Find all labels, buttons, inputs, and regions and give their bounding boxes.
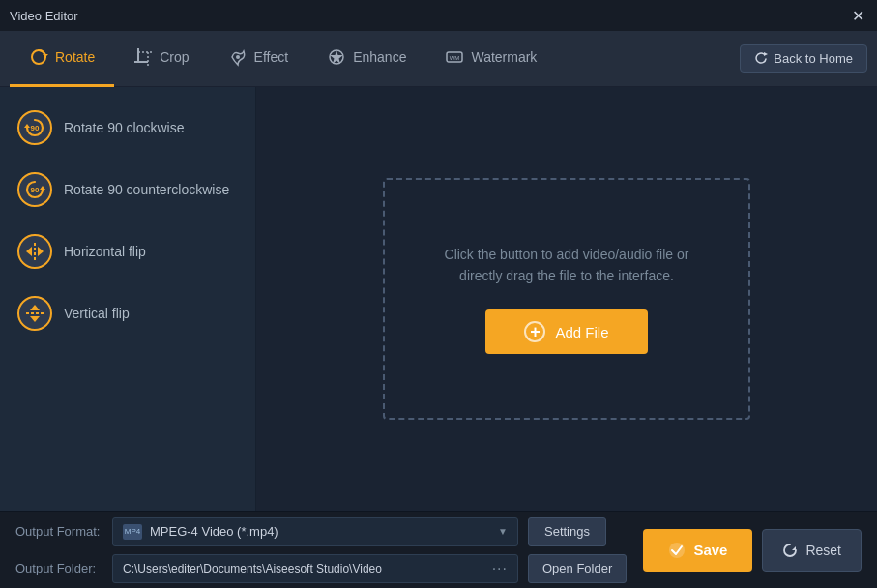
svg-marker-18 <box>38 247 44 256</box>
save-label: Save <box>693 542 727 558</box>
mp4-icon: MP4 <box>123 524 142 540</box>
format-select[interactable]: MP4 MPEG-4 Video (*.mp4) ▼ <box>112 517 518 546</box>
reset-button[interactable]: Reset <box>762 529 862 572</box>
titlebar: Video Editor ✕ <box>0 0 877 31</box>
save-check-icon <box>668 542 686 559</box>
tab-watermark[interactable]: WM Watermark <box>425 31 556 87</box>
save-button[interactable]: Save <box>643 529 752 572</box>
tab-effect-label: Effect <box>254 49 289 65</box>
tab-rotate-label: Rotate <box>55 49 95 65</box>
back-to-home-button[interactable]: Back to Home <box>740 44 867 73</box>
tab-enhance[interactable]: Enhance <box>307 31 425 87</box>
folder-input[interactable]: C:\Users\editer\Documents\Aiseesoft Stud… <box>112 554 518 583</box>
sidebar-item-rotate-ccw[interactable]: 90 Rotate 90 counterclockwise <box>0 159 255 220</box>
back-icon <box>754 52 768 66</box>
rotate-ccw-label: Rotate 90 counterclockwise <box>64 182 229 197</box>
svg-marker-11 <box>764 52 768 56</box>
watermark-tab-icon: WM <box>445 47 464 67</box>
back-to-home-label: Back to Home <box>774 51 853 66</box>
sidebar: 90 Rotate 90 clockwise 90 Rotate 90 coun… <box>0 87 256 511</box>
close-button[interactable]: ✕ <box>848 6 867 25</box>
workspace: Click the button to add video/audio file… <box>256 87 877 511</box>
chevron-down-icon: ▼ <box>498 526 508 537</box>
crop-tab-icon <box>133 47 153 67</box>
tab-enhance-label: Enhance <box>353 49 406 65</box>
svg-point-6 <box>236 55 240 59</box>
add-file-label: Add File <box>555 324 608 340</box>
rotate-tab-icon <box>29 47 48 67</box>
svg-marker-13 <box>24 124 30 128</box>
drop-zone[interactable]: Click the button to add video/audio file… <box>383 178 750 420</box>
tab-effect[interactable]: Effect <box>209 31 308 87</box>
tabbar: Rotate Crop Effect <box>0 31 877 87</box>
tab-watermark-label: Watermark <box>471 49 537 65</box>
sidebar-item-hflip[interactable]: Horizontal flip <box>0 220 255 282</box>
sidebar-item-rotate-cw[interactable]: 90 Rotate 90 clockwise <box>0 97 255 159</box>
hflip-icon <box>17 234 52 269</box>
enhance-tab-icon <box>327 47 346 67</box>
output-folder-label: Output Folder: <box>15 561 102 575</box>
tab-crop-label: Crop <box>160 49 189 65</box>
svg-marker-17 <box>26 247 32 256</box>
rotate-cw-icon: 90 <box>17 110 52 145</box>
vflip-icon <box>17 296 52 331</box>
main-area: 90 Rotate 90 clockwise 90 Rotate 90 coun… <box>0 87 877 511</box>
svg-text:90: 90 <box>31 186 40 194</box>
svg-text:90: 90 <box>31 124 40 132</box>
svg-marker-1 <box>43 54 48 57</box>
rotate-ccw-icon: 90 <box>17 172 52 207</box>
bottom-content: Output Format: MP4 MPEG-4 Video (*.mp4) … <box>15 517 633 583</box>
add-file-button[interactable]: + Add File <box>485 309 647 354</box>
reset-icon <box>782 543 798 558</box>
svg-text:WM: WM <box>450 55 460 61</box>
open-folder-button[interactable]: Open Folder <box>528 554 627 583</box>
output-format-label: Output Format: <box>15 524 102 539</box>
format-row: Output Format: MP4 MPEG-4 Video (*.mp4) … <box>15 517 633 546</box>
hflip-label: Horizontal flip <box>64 244 146 259</box>
svg-marker-23 <box>792 546 796 550</box>
plus-icon: + <box>524 321 545 342</box>
vflip-label: Vertical flip <box>64 306 130 321</box>
reset-label: Reset <box>805 543 841 558</box>
folder-dots-icon: ··· <box>492 560 508 577</box>
settings-button[interactable]: Settings <box>528 517 606 546</box>
sidebar-item-vflip[interactable]: Vertical flip <box>0 282 255 344</box>
folder-row: Output Folder: C:\Users\editer\Documents… <box>15 554 633 583</box>
tab-rotate[interactable]: Rotate <box>10 31 114 87</box>
bottombar: Output Format: MP4 MPEG-4 Video (*.mp4) … <box>0 511 877 588</box>
svg-marker-21 <box>30 316 40 322</box>
effect-tab-icon <box>228 47 248 67</box>
bottombar-inner: Output Format: MP4 MPEG-4 Video (*.mp4) … <box>15 512 862 588</box>
rotate-cw-label: Rotate 90 clockwise <box>64 120 185 135</box>
svg-marker-20 <box>30 305 40 310</box>
bottom-actions: Save Reset <box>643 512 862 588</box>
folder-path: C:\Users\editer\Documents\Aiseesoft Stud… <box>123 562 382 575</box>
app-title: Video Editor <box>10 9 78 23</box>
tab-crop[interactable]: Crop <box>114 31 208 87</box>
svg-marker-15 <box>40 186 45 190</box>
format-value: MPEG-4 Video (*.mp4) <box>150 524 278 539</box>
drop-zone-text: Click the button to add video/audio file… <box>445 244 689 287</box>
